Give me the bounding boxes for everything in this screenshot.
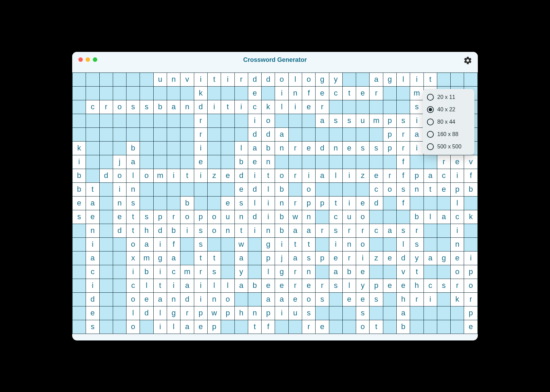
grid-cell[interactable]: s (194, 224, 207, 237)
grid-cell[interactable]: o (302, 292, 316, 306)
grid-cell[interactable] (437, 196, 450, 210)
grid-cell[interactable]: o (221, 292, 234, 306)
grid-cell[interactable]: n (167, 72, 180, 86)
grid-cell[interactable] (383, 86, 396, 100)
grid-cell[interactable]: d (248, 182, 261, 196)
grid-cell[interactable]: o (126, 237, 140, 251)
grid-cell[interactable]: i (167, 279, 180, 292)
grid-cell[interactable] (370, 210, 383, 224)
grid-cell[interactable]: t (221, 100, 234, 114)
grid-cell[interactable] (316, 182, 329, 196)
grid-cell[interactable]: e (140, 292, 153, 306)
grid-cell[interactable] (316, 210, 329, 224)
grid-cell[interactable] (99, 265, 113, 279)
grid-cell[interactable] (316, 306, 329, 320)
grid-cell[interactable]: b (167, 224, 180, 237)
grid-cell[interactable]: e (356, 196, 370, 210)
grid-cell[interactable]: l (451, 196, 464, 210)
grid-cell[interactable]: a (86, 251, 99, 265)
grid-cell[interactable]: b (275, 224, 288, 237)
grid-cell[interactable]: l (234, 141, 248, 155)
grid-cell[interactable]: d (248, 72, 261, 86)
grid-cell[interactable]: e (451, 155, 464, 169)
grid-cell[interactable]: u (153, 72, 167, 86)
grid-cell[interactable] (383, 306, 396, 320)
grid-cell[interactable]: a (424, 251, 437, 265)
grid-cell[interactable]: e (356, 292, 370, 306)
grid-cell[interactable] (167, 127, 180, 141)
grid-cell[interactable]: m (140, 251, 153, 265)
grid-cell[interactable]: e (86, 210, 99, 224)
grid-cell[interactable]: p (451, 182, 464, 196)
grid-cell[interactable]: i (275, 86, 288, 100)
grid-cell[interactable] (99, 196, 113, 210)
grid-cell[interactable]: n (275, 141, 288, 155)
grid-cell[interactable]: a (167, 251, 180, 265)
grid-cell[interactable]: r (194, 265, 207, 279)
grid-cell[interactable] (180, 114, 194, 127)
grid-cell[interactable]: j (113, 155, 126, 169)
grid-cell[interactable] (329, 155, 342, 169)
grid-cell[interactable]: t (208, 72, 221, 86)
grid-cell[interactable]: a (234, 251, 248, 265)
grid-cell[interactable] (167, 155, 180, 169)
grid-cell[interactable]: a (262, 292, 275, 306)
grid-cell[interactable]: i (167, 169, 180, 182)
grid-cell[interactable] (86, 86, 99, 100)
grid-cell[interactable]: p (464, 306, 478, 320)
grid-cell[interactable] (99, 155, 113, 169)
grid-cell[interactable]: r (302, 320, 316, 334)
grid-cell[interactable] (99, 114, 113, 127)
grid-cell[interactable] (99, 182, 113, 196)
grid-cell[interactable]: l (126, 306, 140, 320)
grid-cell[interactable] (99, 237, 113, 251)
grid-cell[interactable]: s (316, 292, 329, 306)
grid-cell[interactable]: w (234, 237, 248, 251)
grid-cell[interactable]: t (153, 279, 167, 292)
grid-cell[interactable] (424, 265, 437, 279)
grid-cell[interactable]: o (180, 210, 194, 224)
grid-cell[interactable]: d (316, 141, 329, 155)
grid-cell[interactable]: k (194, 86, 207, 100)
grid-cell[interactable] (113, 251, 126, 265)
grid-cell[interactable] (329, 306, 342, 320)
grid-cell[interactable]: r (397, 127, 410, 141)
grid-cell[interactable]: a (167, 100, 180, 114)
grid-cell[interactable] (437, 265, 450, 279)
grid-cell[interactable]: p (302, 196, 316, 210)
grid-cell[interactable]: l (288, 72, 302, 86)
grid-cell[interactable]: b (275, 182, 288, 196)
grid-cell[interactable]: a (288, 224, 302, 237)
grid-cell[interactable]: p (194, 306, 207, 320)
grid-cell[interactable]: o (383, 182, 396, 196)
grid-cell[interactable]: t (126, 224, 140, 237)
grid-cell[interactable] (410, 155, 424, 169)
grid-cell[interactable]: e (370, 169, 383, 182)
grid-cell[interactable]: s (342, 114, 356, 127)
close-window-button[interactable] (78, 57, 83, 62)
grid-cell[interactable]: d (370, 196, 383, 210)
grid-cell[interactable] (329, 127, 342, 141)
grid-cell[interactable] (113, 292, 126, 306)
grid-cell[interactable] (221, 114, 234, 127)
grid-cell[interactable] (221, 141, 234, 155)
grid-cell[interactable] (451, 306, 464, 320)
grid-cell[interactable]: d (248, 210, 261, 224)
grid-cell[interactable]: r (370, 86, 383, 100)
grid-cell[interactable]: b (73, 169, 86, 182)
grid-cell[interactable] (437, 292, 450, 306)
grid-cell[interactable]: f (302, 86, 316, 100)
grid-cell[interactable]: b (248, 279, 261, 292)
grid-cell[interactable] (288, 182, 302, 196)
grid-cell[interactable] (234, 114, 248, 127)
grid-cell[interactable] (288, 127, 302, 141)
grid-cell[interactable] (342, 72, 356, 86)
grid-cell[interactable]: g (153, 251, 167, 265)
grid-cell[interactable]: y (329, 72, 342, 86)
grid-cell[interactable]: s (208, 265, 221, 279)
grid-cell[interactable]: a (316, 169, 329, 182)
grid-cell[interactable] (424, 155, 437, 169)
grid-cell[interactable] (208, 114, 221, 127)
grid-cell[interactable]: k (73, 141, 86, 155)
grid-cell[interactable]: u (342, 210, 356, 224)
